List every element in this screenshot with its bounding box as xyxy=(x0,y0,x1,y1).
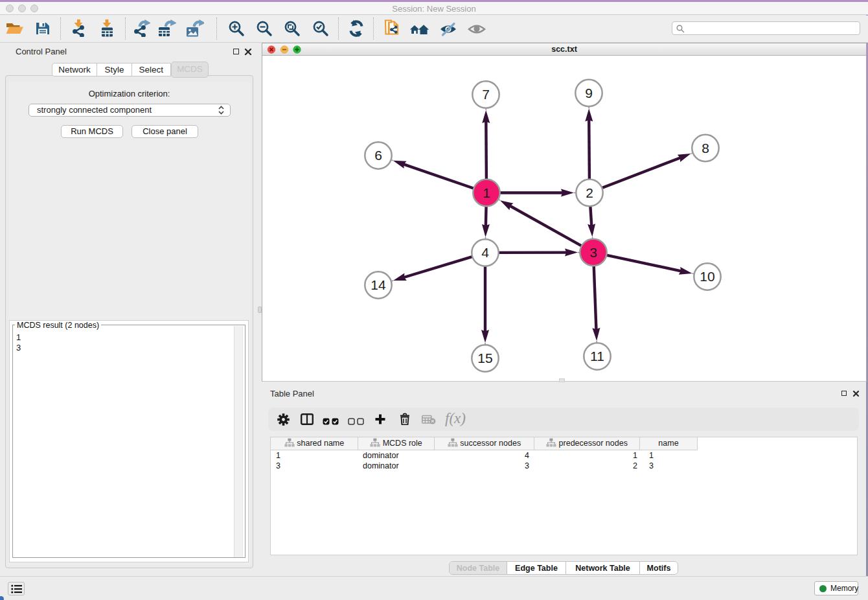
svg-text:1: 1 xyxy=(483,185,490,200)
svg-text:8: 8 xyxy=(702,141,709,156)
svg-text:10: 10 xyxy=(700,269,714,284)
svg-text:2: 2 xyxy=(586,185,593,200)
svg-text:9: 9 xyxy=(585,86,593,100)
svg-text:6: 6 xyxy=(374,148,382,163)
svg-text:3: 3 xyxy=(589,245,597,260)
svg-text:4: 4 xyxy=(481,245,489,260)
svg-text:15: 15 xyxy=(477,351,492,365)
svg-text:14: 14 xyxy=(371,277,386,292)
svg-text:7: 7 xyxy=(482,87,490,102)
svg-text:11: 11 xyxy=(590,349,604,363)
